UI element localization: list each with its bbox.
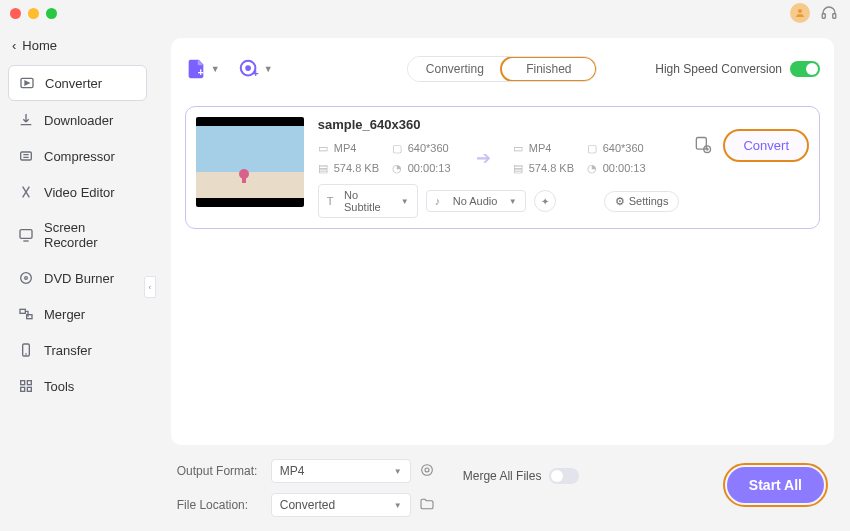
resolution-icon: ▢ bbox=[587, 142, 599, 154]
svg-rect-2 bbox=[833, 14, 836, 19]
sidebar-item-merger[interactable]: Merger bbox=[8, 297, 147, 331]
chevron-down-icon: ▼ bbox=[211, 64, 220, 74]
sidebar-label: DVD Burner bbox=[44, 271, 114, 286]
subtitle-value: No Subtitle bbox=[344, 189, 395, 213]
home-link[interactable]: ‹ Home bbox=[8, 32, 147, 63]
sidebar-label: Compressor bbox=[44, 149, 115, 164]
output-format-value: MP4 bbox=[280, 464, 305, 478]
file-location-select[interactable]: Converted ▼ bbox=[271, 493, 411, 517]
merge-toggle[interactable] bbox=[549, 468, 579, 484]
compressor-icon bbox=[18, 148, 34, 164]
chevron-down-icon: ▼ bbox=[394, 467, 402, 476]
dst-resolution: 640*360 bbox=[603, 142, 644, 154]
tab-converting[interactable]: Converting bbox=[408, 57, 501, 81]
clock-icon: ◔ bbox=[392, 162, 404, 174]
sidebar-label: Downloader bbox=[44, 113, 113, 128]
svg-rect-4 bbox=[21, 152, 32, 160]
start-all-highlight: Start All bbox=[723, 463, 828, 507]
video-icon: ▭ bbox=[318, 142, 330, 154]
src-size: 574.8 KB bbox=[334, 162, 379, 174]
file-location-label: File Location: bbox=[177, 498, 263, 512]
chevron-down-icon: ▼ bbox=[509, 197, 517, 206]
chevron-down-icon: ▼ bbox=[401, 197, 409, 206]
svg-point-0 bbox=[798, 9, 802, 13]
sidebar-item-compressor[interactable]: Compressor bbox=[8, 139, 147, 173]
converter-icon bbox=[19, 75, 35, 91]
output-config-button[interactable] bbox=[693, 135, 713, 155]
start-all-button[interactable]: Start All bbox=[727, 467, 824, 503]
svg-text:+: + bbox=[198, 67, 204, 78]
size-icon: ▤ bbox=[318, 162, 330, 174]
subtitle-select[interactable]: T No Subtitle ▼ bbox=[318, 184, 418, 218]
add-file-button[interactable]: + ▼ bbox=[185, 58, 220, 80]
high-speed-toggle[interactable] bbox=[790, 61, 820, 77]
sidebar-label: Video Editor bbox=[44, 185, 115, 200]
sidebar-label: Merger bbox=[44, 307, 85, 322]
home-label: Home bbox=[22, 38, 57, 53]
settings-button[interactable]: ⚙ Settings bbox=[604, 191, 680, 212]
enhance-button[interactable]: ✦ bbox=[534, 190, 556, 212]
video-editor-icon bbox=[18, 184, 34, 200]
tab-group: Converting Finished bbox=[407, 56, 597, 82]
svg-rect-22 bbox=[242, 174, 246, 183]
audio-value: No Audio bbox=[453, 195, 498, 207]
sidebar-label: Screen Recorder bbox=[44, 220, 137, 250]
window-min-dot[interactable] bbox=[28, 8, 39, 19]
audio-icon: ♪ bbox=[435, 195, 447, 207]
convert-button[interactable]: Convert bbox=[723, 129, 809, 162]
sidebar-item-screen-recorder[interactable]: Screen Recorder bbox=[8, 211, 147, 259]
file-name: sample_640x360 bbox=[318, 117, 680, 132]
svg-rect-20 bbox=[196, 172, 304, 198]
high-speed-label: High Speed Conversion bbox=[655, 62, 782, 76]
file-location-value: Converted bbox=[280, 498, 335, 512]
dvd-icon bbox=[18, 270, 34, 286]
dst-format: MP4 bbox=[529, 142, 552, 154]
output-config-icon[interactable] bbox=[419, 462, 437, 480]
sidebar-label: Converter bbox=[45, 76, 102, 91]
user-avatar[interactable] bbox=[790, 3, 810, 23]
support-icon[interactable] bbox=[820, 4, 838, 22]
merge-label: Merge All Files bbox=[463, 469, 542, 483]
subtitle-icon: T bbox=[327, 195, 338, 207]
svg-point-26 bbox=[425, 468, 429, 472]
svg-point-25 bbox=[421, 465, 432, 476]
window-max-dot[interactable] bbox=[46, 8, 57, 19]
output-format-select[interactable]: MP4 ▼ bbox=[271, 459, 411, 483]
open-folder-button[interactable] bbox=[419, 496, 437, 514]
dst-size: 574.8 KB bbox=[529, 162, 574, 174]
video-thumbnail[interactable] bbox=[196, 117, 304, 207]
sidebar-item-tools[interactable]: Tools bbox=[8, 369, 147, 403]
output-format-label: Output Format: bbox=[177, 464, 263, 478]
audio-select[interactable]: ♪ No Audio ▼ bbox=[426, 190, 526, 212]
sidebar-item-converter[interactable]: Converter bbox=[8, 65, 147, 101]
svg-rect-1 bbox=[822, 14, 825, 19]
gear-icon: ⚙ bbox=[615, 195, 625, 208]
chevron-down-icon: ▼ bbox=[394, 501, 402, 510]
sidebar-item-video-editor[interactable]: Video Editor bbox=[8, 175, 147, 209]
downloader-icon bbox=[18, 112, 34, 128]
resolution-icon: ▢ bbox=[392, 142, 404, 154]
svg-point-6 bbox=[21, 273, 32, 284]
size-icon: ▤ bbox=[513, 162, 525, 174]
sidebar-item-dvd-burner[interactable]: DVD Burner bbox=[8, 261, 147, 295]
transfer-icon bbox=[18, 342, 34, 358]
src-duration: 00:00:13 bbox=[408, 162, 451, 174]
svg-rect-8 bbox=[20, 309, 25, 313]
sidebar-label: Tools bbox=[44, 379, 74, 394]
svg-rect-5 bbox=[20, 230, 32, 239]
svg-rect-11 bbox=[21, 381, 25, 385]
window-close-dot[interactable] bbox=[10, 8, 21, 19]
tab-finished[interactable]: Finished bbox=[500, 56, 597, 82]
src-format: MP4 bbox=[334, 142, 357, 154]
svg-point-7 bbox=[25, 277, 28, 280]
svg-rect-19 bbox=[196, 126, 304, 172]
file-card: sample_640x360 ▭MP4 ▢640*360 ▤574.8 KB ◔… bbox=[185, 106, 820, 229]
settings-label: Settings bbox=[629, 195, 669, 207]
add-dvd-button[interactable]: + ▼ bbox=[238, 58, 273, 80]
sidebar-item-transfer[interactable]: Transfer bbox=[8, 333, 147, 367]
sidebar-collapse-button[interactable]: ‹ bbox=[144, 276, 156, 298]
dst-duration: 00:00:13 bbox=[603, 162, 646, 174]
video-icon: ▭ bbox=[513, 142, 525, 154]
sidebar-item-downloader[interactable]: Downloader bbox=[8, 103, 147, 137]
chevron-left-icon: ‹ bbox=[12, 38, 16, 53]
